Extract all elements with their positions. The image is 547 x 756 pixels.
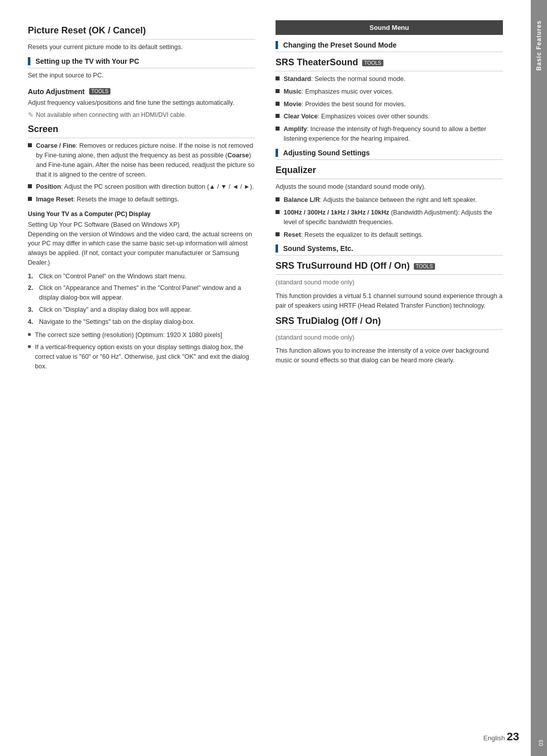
setting-up-tv-section: Setting up the TV with Your PC Set the i… xyxy=(28,57,255,80)
adjusting-sound-header: Adjusting Sound Settings xyxy=(276,149,503,160)
list-item: Amplify: Increase the intensity of high-… xyxy=(276,124,503,144)
page-number: 23 xyxy=(507,730,519,743)
circle-bullet-text: The correct size setting (resolution) [O… xyxy=(35,330,222,340)
list-item: 1. Click on "Control Panel" on the Windo… xyxy=(28,272,255,281)
bullet-icon xyxy=(276,127,280,131)
list-item: Position: Adjust the PC screen position … xyxy=(28,182,255,192)
picture-reset-body: Resets your current picture mode to its … xyxy=(28,43,255,52)
auto-adjustment-title: Auto Adjustment xyxy=(28,88,85,96)
srs-trusurround-title: SRS TruSurround HD (Off / On) xyxy=(276,261,410,271)
screen-title: Screen xyxy=(28,124,255,138)
screen-section: Screen Coarse / Fine: Removes or reduces… xyxy=(28,124,255,371)
sound-menu-banner: Sound Menu xyxy=(276,20,503,35)
srs-theater-section: SRS TheaterSound Standard: Selects the n… xyxy=(276,57,503,144)
bullet-text: Image Reset: Resets the image to default… xyxy=(36,195,179,204)
step-number: 2. xyxy=(28,283,35,293)
bullet-icon xyxy=(276,89,280,93)
circle-bullet-icon xyxy=(28,345,31,348)
srs-trusurround-header: SRS TruSurround HD (Off / On) xyxy=(276,261,503,275)
list-item: 2. Click on "Appearance and Themes" in t… xyxy=(28,283,255,303)
bullet-icon xyxy=(276,76,280,80)
srs-theater-header: SRS TheaterSound xyxy=(276,57,503,71)
step-text: Click on "Control Panel" on the Windows … xyxy=(39,272,186,281)
srs-theater-bullets: Standard: Selects the normal sound mode.… xyxy=(276,74,503,144)
list-item: Clear Voice: Emphasizes voices over othe… xyxy=(276,112,503,121)
list-item: The correct size setting (resolution) [O… xyxy=(28,330,255,340)
bullet-text: Clear Voice: Emphasizes voices over othe… xyxy=(284,112,429,121)
circle-bullet-icon xyxy=(28,333,31,336)
sound-systems-title: Sound Systems, Etc. xyxy=(283,244,353,253)
bullet-text: 100Hz / 300Hz / 1kHz / 3kHz / 10kHz (Ban… xyxy=(284,208,503,227)
auto-adjustment-note-text: Not available when connecting with an HD… xyxy=(36,111,186,118)
list-item: Coarse / Fine: Removes or reduces pictur… xyxy=(28,141,255,179)
chapter-number: 03 xyxy=(538,740,544,746)
equalizer-bullets: Balance L/R: Adjusts the balance between… xyxy=(276,195,503,239)
bullet-icon xyxy=(276,114,280,118)
chapter-label: Basic Features xyxy=(535,20,542,70)
step-number: 1. xyxy=(28,272,35,281)
note-icon: ✎ xyxy=(28,111,34,119)
bullet-icon xyxy=(28,184,32,188)
bullet-text: Reset: Resets the equalizer to its defau… xyxy=(284,230,423,240)
list-item: Music: Emphasizes music over voices. xyxy=(276,87,503,97)
circle-bullet-list: The correct size setting (resolution) [O… xyxy=(28,330,255,371)
auto-adjustment-note: ✎ Not available when connecting with an … xyxy=(28,111,255,119)
tools-badge-srs xyxy=(362,60,383,66)
changing-preset-header: Changing the Preset Sound Mode xyxy=(276,41,503,52)
side-tab: 03 Basic Features xyxy=(531,0,547,756)
setting-up-tv-title: Setting up the TV with Your PC xyxy=(35,57,139,65)
srs-trusurround-body: This function provides a virtual 5.1 cha… xyxy=(276,291,503,311)
srs-trusurround-note: (standard sound mode only) xyxy=(276,278,503,287)
left-column: Picture Reset (OK / Cancel) Resets your … xyxy=(28,20,255,726)
bullet-text: Coarse / Fine: Removes or reduces pictur… xyxy=(36,141,255,179)
srs-trudialog-title: SRS TruDialog (Off / On) xyxy=(276,316,503,330)
tools-badge-auto xyxy=(89,88,110,95)
bullet-text: Position: Adjust the PC screen position … xyxy=(36,182,254,192)
changing-preset-title: Changing the Preset Sound Mode xyxy=(283,41,397,49)
bullet-icon xyxy=(28,143,32,147)
bullet-icon xyxy=(276,197,280,201)
auto-adjustment-body: Adjust frequency values/positions and fi… xyxy=(28,98,255,108)
adjusting-sound-section: Adjusting Sound Settings xyxy=(276,149,503,160)
auto-adjustment-section: Auto Adjustment Adjust frequency values/… xyxy=(28,88,255,119)
bullet-icon xyxy=(276,232,280,236)
list-item: Standard: Selects the normal sound mode. xyxy=(276,74,503,84)
bullet-icon xyxy=(28,197,32,201)
list-item: Reset: Resets the equalizer to its defau… xyxy=(276,230,503,240)
list-item: 4. Navigate to the "Settings" tab on the… xyxy=(28,317,255,327)
step-text: Navigate to the "Settings" tab on the di… xyxy=(39,317,195,327)
bullet-text: Balance L/R: Adjusts the balance between… xyxy=(284,195,477,205)
auto-adjustment-header: Auto Adjustment xyxy=(28,88,255,96)
equalizer-body: Adjusts the sound mode (standard sound m… xyxy=(276,182,503,192)
sound-systems-section: Sound Systems, Etc. xyxy=(276,244,503,256)
list-item: If a vertical-frequency option exists on… xyxy=(28,343,255,371)
srs-trudialog-section: SRS TruDialog (Off / On) (standard sound… xyxy=(276,316,503,365)
step-number: 4. xyxy=(28,317,35,327)
list-item: 3. Click on "Display" and a display dial… xyxy=(28,305,255,315)
blue-bar-icon xyxy=(276,41,278,49)
picture-reset-section: Picture Reset (OK / Cancel) Resets your … xyxy=(28,25,255,52)
using-tv-body: Setting Up Your PC Software (Based on Wi… xyxy=(28,220,255,268)
equalizer-title: Equalizer xyxy=(276,165,503,179)
picture-reset-title: Picture Reset (OK / Cancel) xyxy=(28,25,255,39)
step-text: Click on "Appearance and Themes" in the … xyxy=(39,283,255,303)
page-footer: English 23 xyxy=(483,730,519,743)
using-tv-heading: Using Your TV as a Computer (PC) Display xyxy=(28,211,255,218)
bullet-text: Standard: Selects the normal sound mode. xyxy=(284,74,405,84)
srs-trudialog-body: This function allows you to increase the… xyxy=(276,346,503,365)
step-text: Click on "Display" and a display dialog … xyxy=(39,305,191,315)
list-item: Balance L/R: Adjusts the balance between… xyxy=(276,195,503,205)
numbered-steps-list: 1. Click on "Control Panel" on the Windo… xyxy=(28,272,255,327)
tools-badge-trusurround xyxy=(414,263,435,270)
sound-systems-header: Sound Systems, Etc. xyxy=(276,244,503,256)
step-number: 3. xyxy=(28,305,35,315)
list-item: 100Hz / 300Hz / 1kHz / 3kHz / 10kHz (Ban… xyxy=(276,208,503,227)
circle-bullet-text: If a vertical-frequency option exists on… xyxy=(35,343,255,371)
srs-trudialog-note: (standard sound mode only) xyxy=(276,333,503,343)
adjusting-sound-title: Adjusting Sound Settings xyxy=(283,149,370,157)
setting-up-tv-body: Set the input source to PC. xyxy=(28,71,255,80)
bullet-icon xyxy=(276,102,280,106)
list-item: Movie: Provides the best sound for movie… xyxy=(276,100,503,109)
srs-theater-title: SRS TheaterSound xyxy=(276,57,358,67)
list-item: Image Reset: Resets the image to default… xyxy=(28,195,255,204)
